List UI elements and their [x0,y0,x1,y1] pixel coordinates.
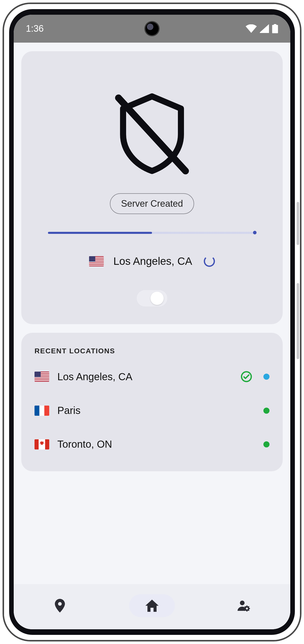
recent-location-name: Paris [57,405,255,416]
user-gear-icon [238,600,251,612]
svg-rect-11 [89,264,104,265]
fr-flag-icon [35,406,49,416]
recent-locations-title: RECENT LOCATIONS [35,347,269,355]
status-dot-icon [263,441,269,447]
svg-rect-14 [89,256,95,262]
svg-rect-35 [45,439,49,449]
svg-line-44 [245,606,246,607]
side-button-bottom [297,283,299,359]
vpn-toggle-knob [150,292,164,305]
svg-rect-12 [89,265,104,266]
svg-rect-13 [89,266,104,266]
nav-locations[interactable] [37,594,83,617]
nav-account-settings[interactable] [221,594,267,617]
current-location-row[interactable]: Los Angeles, CA [89,255,215,267]
recent-location-name: Toronto, ON [57,439,255,450]
bottom-nav [14,584,290,629]
status-dot-icon [263,374,269,380]
statusbar: 1:36 [14,15,290,43]
svg-rect-30 [35,406,39,416]
svg-line-45 [245,610,246,611]
svg-rect-10 [89,263,104,264]
svg-rect-27 [35,381,49,382]
recent-location-status [263,408,269,414]
shield-off-icon [114,92,190,176]
battery-icon [272,24,278,33]
svg-rect-8 [89,262,104,263]
vpn-toggle[interactable] [137,290,167,306]
recent-locations-card: RECENT LOCATIONS Los Angeles, CAParisTor… [21,333,283,471]
front-camera [145,22,159,35]
svg-rect-26 [35,380,49,381]
svg-line-46 [248,606,249,607]
phone-bezel: 1:36 [4,4,300,640]
side-button-top [297,202,299,245]
status-dot-icon [263,408,269,414]
ca-flag-icon [35,439,49,449]
progress-bar [48,232,256,234]
svg-rect-23 [35,378,49,379]
cellular-icon [260,24,269,33]
status-icons [246,24,278,33]
location-pin-icon [54,599,65,613]
svg-point-38 [246,607,248,610]
selected-check-icon [241,371,252,382]
recent-location-item[interactable]: Paris [35,394,269,427]
us-flag-icon [35,372,49,382]
wifi-icon [246,24,257,33]
svg-line-43 [248,610,249,611]
statusbar-time: 1:36 [26,23,44,34]
recent-location-item[interactable]: Toronto, ON [35,427,269,461]
vpn-status-card: Server Created Los Angeles, CA [21,51,283,324]
us-flag-icon [89,256,104,266]
svg-rect-25 [35,379,49,380]
svg-rect-9 [89,263,104,263]
recent-location-name: Los Angeles, CA [57,371,232,382]
svg-rect-31 [39,406,44,416]
home-icon [145,600,159,612]
svg-point-36 [240,601,245,605]
connection-status-button[interactable]: Server Created [110,193,194,214]
svg-rect-28 [35,372,41,377]
svg-rect-32 [44,406,49,416]
loading-spinner-icon [204,256,215,267]
recent-location-status [241,371,269,382]
svg-rect-24 [35,379,49,379]
current-location-name: Los Angeles, CA [113,255,192,267]
nav-home[interactable] [129,594,175,617]
content-area: Server Created Los Angeles, CA [14,43,290,584]
svg-rect-22 [35,377,49,378]
svg-rect-34 [35,439,39,449]
recent-location-item[interactable]: Los Angeles, CA [35,360,269,394]
recent-location-status [263,441,269,447]
